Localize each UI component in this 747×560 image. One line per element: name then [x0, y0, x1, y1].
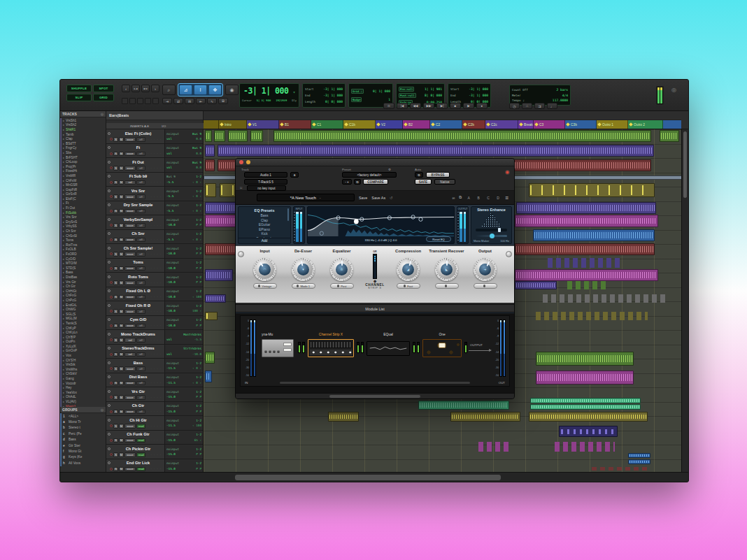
track-view-selector[interactable]: wave	[124, 309, 136, 314]
output-selector[interactable]: Bus 9	[192, 146, 201, 150]
input-selector[interactable]: noinput	[166, 304, 179, 308]
sidebar-track-item[interactable]: ▸Vrs Gtr	[60, 280, 106, 285]
automation-mode-button[interactable]: read	[136, 438, 145, 443]
grid-nudge-value[interactable]: 0| 1| 000	[373, 89, 390, 93]
output-selector[interactable]: 1-2	[196, 375, 201, 379]
sidebar-track-item[interactable]: ▸EndGtL	[60, 303, 106, 308]
tracks-menu-icon[interactable]: ◎	[101, 112, 104, 116]
audio-clip[interactable]	[478, 442, 511, 452]
insert-slots[interactable]: · · · · ·	[148, 438, 162, 442]
sidebar-track-item[interactable]: ▸Toms	[60, 238, 106, 243]
record-enable-button[interactable]	[110, 267, 113, 270]
track-row[interactable]: Fixed Oh L Ø S M wave off · · · · · noin…	[106, 287, 203, 302]
input-selector[interactable]: noinput	[166, 132, 179, 136]
zoom-preset-button[interactable]	[122, 98, 128, 104]
volume-value[interactable]: -11.5	[166, 424, 176, 427]
mute-button[interactable]: M	[119, 209, 124, 214]
track-row[interactable]: Bass S M wave off · · · · · noinput1-2 -…	[106, 359, 203, 373]
tempo-field-value[interactable]: 117.0000	[553, 99, 568, 102]
output-selector[interactable]: StrTrkDrms	[183, 347, 201, 350]
record-enable-button[interactable]	[110, 238, 113, 241]
volume-value[interactable]: -10.0	[166, 223, 176, 227]
track-row[interactable]: Toms S M wave off · · · · · noinput1-2 -…	[106, 259, 203, 273]
sidebar-track-item[interactable]: ▸Hey	[60, 385, 106, 390]
input-selector[interactable]: noinput	[166, 419, 179, 422]
track-freeze-icon[interactable]	[108, 318, 111, 321]
mute-button[interactable]: M	[119, 152, 124, 157]
track-view-selector[interactable]: wave	[124, 395, 136, 400]
bar-numbers-ruler[interactable]	[204, 111, 681, 120]
marker-break[interactable]: Break	[518, 120, 534, 129]
track-view-selector[interactable]: wave	[124, 280, 136, 285]
insert-slots[interactable]: · · · · ·	[148, 424, 162, 428]
input-selector[interactable]: noinput	[166, 318, 179, 322]
insert-slots[interactable]: · · · · ·	[148, 281, 162, 285]
track-view-selector[interactable]: wave	[124, 137, 136, 142]
tempo-field-value[interactable]: 2 bars	[556, 88, 568, 92]
setting-slot-button[interactable]: D	[495, 195, 501, 201]
module-name[interactable]: One	[422, 333, 462, 336]
pan-value[interactable]: P P	[196, 223, 201, 227]
group-row[interactable]: hAll Voxs	[60, 460, 106, 466]
audio-clip[interactable]	[559, 426, 618, 437]
track-name[interactable]: Bass	[112, 361, 164, 365]
sidebar-track-item[interactable]: ▸VrsSh1	[60, 118, 106, 123]
output-selector[interactable]: 1-2	[196, 275, 201, 279]
insert-slots[interactable]: · · · · ·	[148, 166, 162, 170]
solo-button[interactable]: S	[113, 438, 118, 443]
mute-button[interactable]: M	[119, 452, 124, 457]
audio-clip[interactable]	[530, 398, 641, 403]
track-freeze-icon[interactable]	[108, 247, 111, 250]
mute-button[interactable]: M	[119, 180, 124, 185]
module-chain-scrollbar[interactable]	[280, 382, 470, 384]
audio-clip[interactable]	[516, 202, 656, 214]
audio-clip[interactable]	[567, 281, 608, 289]
pan-value[interactable]: ‹ 0 ›	[192, 180, 201, 184]
automation-mode-button[interactable]: off	[136, 209, 145, 214]
automation-mode-button[interactable]: off	[136, 338, 145, 343]
knob-mode-button[interactable]: Fast	[397, 283, 420, 289]
volume-value[interactable]: -11.5	[166, 366, 176, 370]
marker-c2c[interactable]: C2c	[485, 120, 518, 129]
track-name[interactable]: Fixed Oh R Ø	[112, 303, 164, 308]
zoomer-tool[interactable]: ⌕	[162, 85, 176, 95]
sidebar-track-item[interactable]: ▸ChFxM	[60, 178, 106, 183]
groups-menu-icon[interactable]: ◎	[101, 408, 104, 412]
output-selector[interactable]: 1-2	[196, 318, 201, 322]
groups-list-header[interactable]: GROUPS◎	[60, 407, 106, 413]
record-enable-button[interactable]	[110, 367, 113, 370]
marker-v2[interactable]: V2	[376, 120, 403, 129]
audio-clip[interactable]	[205, 312, 218, 320]
volume-value[interactable]: vol	[166, 152, 172, 155]
group-row[interactable]: 1<ALL>	[60, 413, 106, 419]
input-selector[interactable]: noinput	[166, 375, 179, 379]
automation-mode-button[interactable]: off	[136, 152, 145, 157]
audio-clip[interactable]	[515, 269, 658, 281]
solo-button[interactable]: S	[113, 381, 118, 386]
group-row[interactable]: eGtr Ster	[60, 443, 106, 448]
sidebar-track-item[interactable]: ▸Twnk(S	[60, 321, 106, 326]
track-row[interactable]: Ch Funk Gtr S M wave read · · · · · noin…	[106, 431, 203, 445]
sidebar-track-item[interactable]: ▸YeaVox	[60, 390, 106, 395]
track-view-selector[interactable]: vol	[124, 180, 136, 185]
insert-slots[interactable]: · · · · ·	[148, 310, 162, 313]
volume-value[interactable]: -15.0	[166, 467, 176, 471]
edit-window-menu-icon[interactable]: ◎	[671, 87, 676, 93]
track-name[interactable]: Roto Toms	[112, 275, 164, 279]
volume-value[interactable]: -15.0	[166, 395, 176, 399]
track-freeze-icon[interactable]	[108, 161, 111, 164]
bypass-button[interactable]: BYPASS	[426, 172, 450, 178]
sidebar-track-item[interactable]: ▸ChHiGt	[60, 289, 106, 294]
add-preset-button[interactable]: Add	[239, 238, 290, 243]
marker-c2[interactable]: C2	[430, 120, 462, 129]
track-view-selector[interactable]: wave	[124, 467, 136, 472]
pan-value[interactable]: 65 ›	[194, 438, 201, 442]
solo-button[interactable]: S	[113, 338, 118, 343]
pan-value[interactable]: 0.0	[196, 166, 201, 169]
insert-slots[interactable]: · · · · ·	[148, 453, 162, 457]
link-icon[interactable]: ∞	[452, 196, 455, 200]
track-freeze-icon[interactable]	[108, 232, 111, 235]
automation-mode-button[interactable]: off	[136, 381, 145, 386]
audio-clip[interactable]	[533, 229, 655, 241]
knob-mode-button[interactable]	[474, 283, 497, 289]
